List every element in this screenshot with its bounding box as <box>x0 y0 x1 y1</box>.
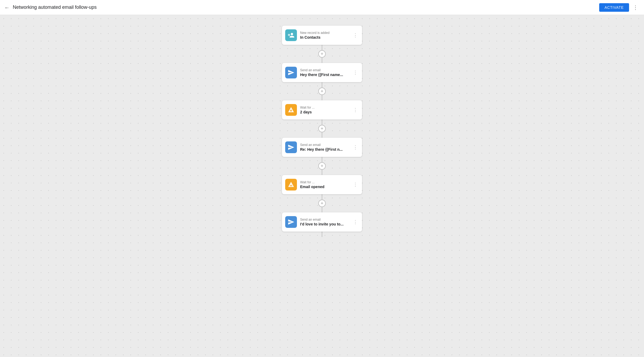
node-email1-value: Hey there {{First name... <box>300 73 349 77</box>
connector-5 <box>322 232 322 237</box>
header-left: ← Networking automated email follow-ups <box>4 5 97 10</box>
connector-line-3b <box>322 170 322 175</box>
node-email2-label: Send an email <box>300 143 349 147</box>
node-wait1-menu[interactable]: ⋮ <box>352 106 359 114</box>
connector-line-1b <box>322 95 322 100</box>
connector-3: + <box>318 157 326 175</box>
connector-0: + <box>318 45 326 63</box>
node-trigger-value: In Contacts <box>300 35 349 39</box>
header: ← Networking automated email follow-ups … <box>0 0 644 15</box>
node-email1-menu[interactable]: ⋮ <box>352 69 359 77</box>
connector-line-5 <box>322 232 322 237</box>
node-email2-value: Re: Hey there {{First n... <box>300 147 349 152</box>
connector-line-2b <box>322 132 322 138</box>
node-email2[interactable]: Send an email Re: Hey there {{First n...… <box>282 138 362 157</box>
node-email3[interactable]: Send an email I'd love to invite you to.… <box>282 212 362 232</box>
connector-line-4 <box>322 194 322 200</box>
canvas: New record is added In Contacts ⋮ + Send… <box>0 15 644 357</box>
node-wait1[interactable]: Wait for ... 2 days ⋮ <box>282 100 362 120</box>
connector-line-2 <box>322 120 322 125</box>
send-email-icon-2 <box>285 141 297 153</box>
add-step-button-4[interactable]: + <box>318 200 326 207</box>
node-email3-value: I'd love to invite you to... <box>300 222 349 226</box>
node-email1[interactable]: Send an email Hey there {{First name... … <box>282 63 362 82</box>
connector-line-1 <box>322 82 322 88</box>
header-right: ACTIVATE ⋮ <box>599 3 640 12</box>
node-wait2[interactable]: Wait for ... Email opened ⋮ <box>282 175 362 194</box>
node-wait1-value: 2 days <box>300 110 349 114</box>
connector-4: + <box>318 194 326 212</box>
add-step-button-1[interactable]: + <box>318 88 326 95</box>
node-wait2-text: Wait for ... Email opened <box>300 180 349 189</box>
connector-line-4b <box>322 207 322 212</box>
wait-email-icon <box>285 179 297 191</box>
node-trigger-label: New record is added <box>300 31 349 35</box>
add-contact-icon <box>285 29 297 41</box>
node-email1-label: Send an email <box>300 68 349 72</box>
back-button[interactable]: ← <box>4 5 10 10</box>
node-trigger-text: New record is added In Contacts <box>300 31 349 39</box>
node-wait1-text: Wait for ... 2 days <box>300 106 349 114</box>
connector-1: + <box>318 82 326 100</box>
add-step-button-3[interactable]: + <box>318 162 326 170</box>
node-email3-menu[interactable]: ⋮ <box>352 218 359 226</box>
send-email-icon-3 <box>285 216 297 228</box>
node-email3-text: Send an email I'd love to invite you to.… <box>300 218 349 226</box>
node-wait2-value: Email opened <box>300 185 349 189</box>
node-wait2-label: Wait for ... <box>300 180 349 184</box>
node-wait2-menu[interactable]: ⋮ <box>352 181 359 189</box>
node-email1-text: Send an email Hey there {{First name... <box>300 68 349 77</box>
wait-clock-icon <box>285 104 297 116</box>
node-email3-label: Send an email <box>300 218 349 221</box>
node-trigger[interactable]: New record is added In Contacts ⋮ <box>282 26 362 45</box>
connector-line-0b <box>322 58 322 63</box>
node-email2-menu[interactable]: ⋮ <box>352 143 359 151</box>
activate-button[interactable]: ACTIVATE <box>599 3 629 12</box>
node-trigger-menu[interactable]: ⋮ <box>352 31 359 39</box>
send-email-icon <box>285 67 297 78</box>
connector-2: + <box>318 120 326 138</box>
flow-container: New record is added In Contacts ⋮ + Send… <box>279 26 365 336</box>
node-email2-text: Send an email Re: Hey there {{First n... <box>300 143 349 152</box>
add-step-button-0[interactable]: + <box>318 50 326 58</box>
connector-line-0 <box>322 45 322 50</box>
connector-line-3 <box>322 157 322 162</box>
header-more-menu-icon[interactable]: ⋮ <box>631 3 640 12</box>
add-step-button-2[interactable]: + <box>318 125 326 132</box>
page-title: Networking automated email follow-ups <box>13 5 97 10</box>
node-wait1-label: Wait for ... <box>300 106 349 109</box>
